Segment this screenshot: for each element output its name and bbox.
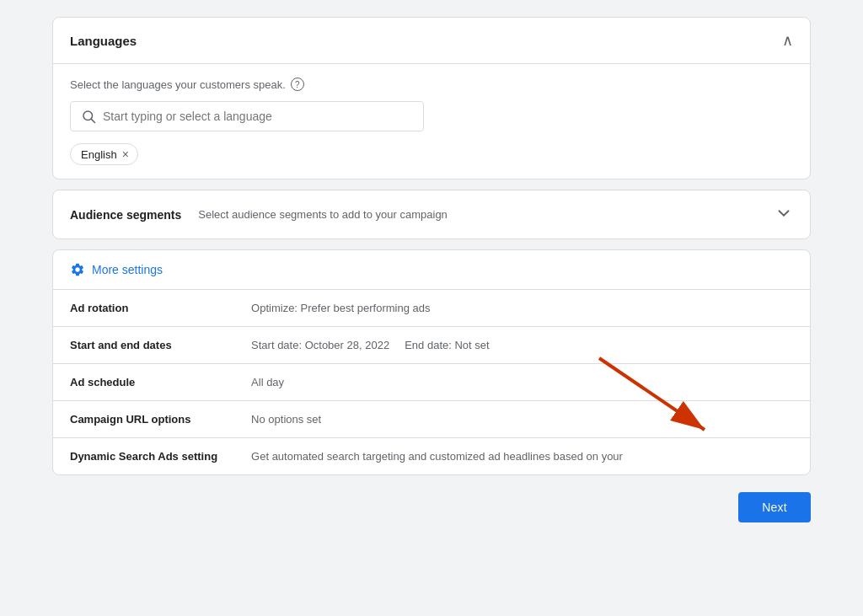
help-icon[interactable]: ?	[291, 78, 304, 91]
english-tag: English ×	[70, 143, 138, 165]
ad-rotation-value: Optimize: Prefer best performing ads	[234, 290, 810, 327]
campaign-url-row[interactable]: Campaign URL options No options set	[53, 401, 810, 438]
languages-title: Languages	[70, 34, 137, 48]
language-description: Select the languages your customers spea…	[70, 78, 793, 91]
main-container: Languages ∧ Select the languages your cu…	[52, 17, 811, 529]
audience-description: Select audience segments to add to your …	[198, 208, 448, 221]
next-button[interactable]: Next	[738, 492, 811, 522]
ad-schedule-key: Ad schedule	[53, 364, 234, 401]
tag-remove-button[interactable]: ×	[122, 147, 129, 161]
svg-line-1	[91, 119, 94, 122]
dynamic-search-value: Get automated search targeting and custo…	[234, 438, 810, 475]
collapse-icon[interactable]: ∧	[782, 31, 793, 50]
more-settings-label: More settings	[92, 263, 163, 276]
more-settings-header[interactable]: More settings	[53, 250, 810, 290]
audience-left: Audience segments Select audience segmen…	[70, 208, 448, 222]
languages-card: Languages ∧ Select the languages your cu…	[52, 17, 811, 179]
audience-label: Audience segments	[70, 208, 181, 222]
start-end-dates-value: Start date: October 28, 2022 End date: N…	[234, 327, 810, 364]
more-settings-card: More settings Ad rotation Optimize: Pref…	[52, 249, 811, 475]
audience-chevron-icon[interactable]	[775, 204, 793, 225]
tag-label: English	[81, 148, 117, 161]
footer: Next	[52, 485, 811, 529]
language-search-wrapper[interactable]	[70, 101, 424, 131]
ad-rotation-key: Ad rotation	[53, 290, 234, 327]
campaign-url-value: No options set	[234, 401, 810, 438]
languages-header: Languages ∧	[53, 18, 810, 64]
audience-row[interactable]: Audience segments Select audience segmen…	[53, 190, 810, 238]
search-icon	[81, 109, 96, 124]
languages-body: Select the languages your customers spea…	[53, 64, 810, 179]
settings-table: Ad rotation Optimize: Prefer best perfor…	[53, 290, 810, 474]
dynamic-search-key: Dynamic Search Ads setting	[53, 438, 234, 475]
ad-schedule-value: All day	[234, 364, 810, 401]
ad-schedule-row[interactable]: Ad schedule All day	[53, 364, 810, 401]
language-tags: English ×	[70, 143, 793, 165]
start-end-dates-row[interactable]: Start and end dates Start date: October …	[53, 327, 810, 364]
dynamic-search-row[interactable]: Dynamic Search Ads setting Get automated…	[53, 438, 810, 475]
language-search-input[interactable]	[103, 110, 413, 123]
campaign-url-key: Campaign URL options	[53, 401, 234, 438]
gear-icon	[70, 262, 85, 277]
audience-card: Audience segments Select audience segmen…	[52, 190, 811, 239]
ad-rotation-row[interactable]: Ad rotation Optimize: Prefer best perfor…	[53, 290, 810, 327]
start-end-dates-key: Start and end dates	[53, 327, 234, 364]
